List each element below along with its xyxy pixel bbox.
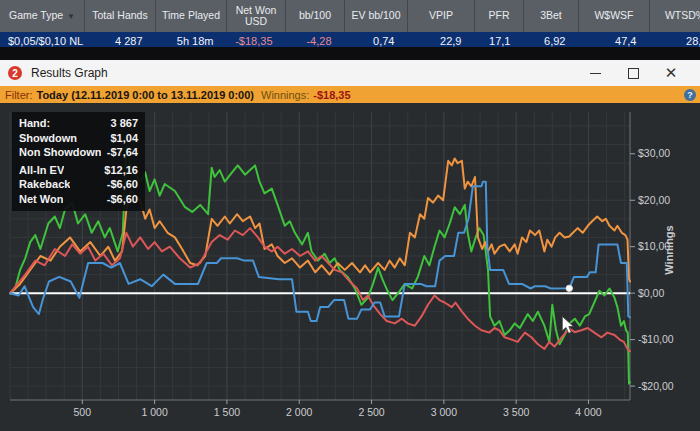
filter-label: Filter: — [5, 89, 33, 101]
column-header-net-won-usd[interactable]: Net Won USD — [227, 0, 286, 32]
sort-descending-icon: ▼ — [67, 12, 75, 21]
column-header-vpip[interactable]: VPIP — [408, 0, 475, 32]
stats-header-row: Game Type▼Total HandsTime PlayedNet Won … — [0, 0, 700, 32]
column-header-w-wsf[interactable]: W$WSF — [579, 0, 650, 32]
winnings-value: -$18,35 — [313, 89, 350, 101]
background-strip — [0, 47, 700, 60]
column-header-total-hands[interactable]: Total Hands — [85, 0, 156, 32]
x-tick-label: 1 500 — [214, 406, 240, 418]
column-header-game-type[interactable]: Game Type▼ — [0, 0, 85, 32]
filter-range: Today (12.11.2019 0:00 to 13.11.2019 0:0… — [37, 89, 255, 101]
y-axis-title: Winnings — [663, 225, 675, 274]
y-tick-label: -$10,00 — [638, 333, 674, 345]
x-tick-label: 500 — [74, 406, 92, 418]
filter-bar: Filter: Today (12.11.2019 0:00 to 13.11.… — [0, 86, 700, 103]
y-tick-label: $20,00 — [638, 194, 670, 206]
tooltip-row: Net Won-$6,60 — [19, 192, 138, 207]
column-header-pfr[interactable]: PFR — [475, 0, 524, 32]
close-button[interactable]: ✕ — [652, 60, 700, 86]
help-icon[interactable]: ? — [684, 89, 696, 101]
column-header-ev-bb-100[interactable]: EV bb/100 — [345, 0, 408, 32]
x-tick-label: 1 000 — [141, 406, 167, 418]
maximize-button[interactable] — [614, 60, 652, 86]
y-tick-label: -$20,00 — [638, 380, 674, 392]
window-titlebar: 2 Results Graph ✕ — [0, 60, 700, 86]
window-title: Results Graph — [31, 66, 108, 80]
x-tick-label: 3 500 — [503, 406, 529, 418]
x-tick-label: 4 000 — [575, 406, 601, 418]
x-tick-label: 2 500 — [358, 406, 384, 418]
winnings-label: Winnings: — [261, 89, 309, 101]
minimize-button[interactable] — [576, 60, 614, 86]
hover-point-dot — [566, 285, 572, 291]
app-logo-icon: 2 — [8, 66, 22, 80]
hand-tooltip: Hand:3 867Showdown$1,04Non Showdown-$7,6… — [12, 112, 145, 211]
x-tick-label: 2 000 — [286, 406, 312, 418]
y-tick-label: $0,00 — [638, 287, 664, 299]
results-graph-plot[interactable]: $30,00$20,00$10,00$0,00-$10,00-$20,00500… — [0, 103, 700, 431]
stats-table: Game Type▼Total HandsTime PlayedNet Won … — [0, 0, 700, 47]
tooltip-row: All-In EV$12,16 — [19, 163, 138, 178]
tooltip-row: Showdown$1,04 — [19, 131, 138, 146]
tooltip-row: Hand:3 867 — [19, 116, 138, 131]
tooltip-row: Rakeback-$6,60 — [19, 177, 138, 192]
y-tick-label: $30,00 — [638, 147, 670, 159]
tooltip-row: Non Showdown-$7,64 — [19, 145, 138, 160]
series-non-showdown — [10, 228, 630, 351]
column-header-3bet[interactable]: 3Bet — [524, 0, 579, 32]
x-tick-label: 3 000 — [431, 406, 457, 418]
column-header-bb-100[interactable]: bb/100 — [286, 0, 345, 32]
column-header-wtsd-[interactable]: WTSD% — [650, 0, 700, 32]
column-header-time-played[interactable]: Time Played — [156, 0, 227, 32]
